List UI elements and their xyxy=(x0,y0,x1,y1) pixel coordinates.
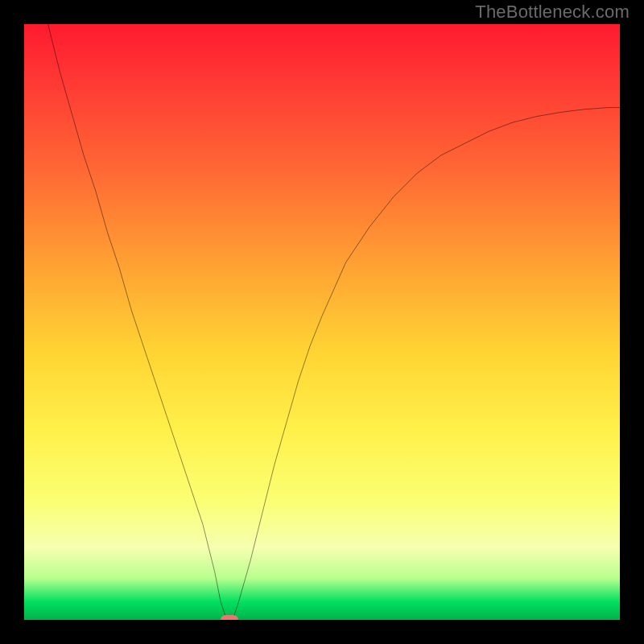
minimum-marker xyxy=(221,615,238,620)
plot-area xyxy=(24,24,620,620)
watermark-text: TheBottleneck.com xyxy=(475,2,630,23)
chart-frame: TheBottleneck.com xyxy=(0,0,644,644)
bottleneck-curve xyxy=(24,24,620,620)
